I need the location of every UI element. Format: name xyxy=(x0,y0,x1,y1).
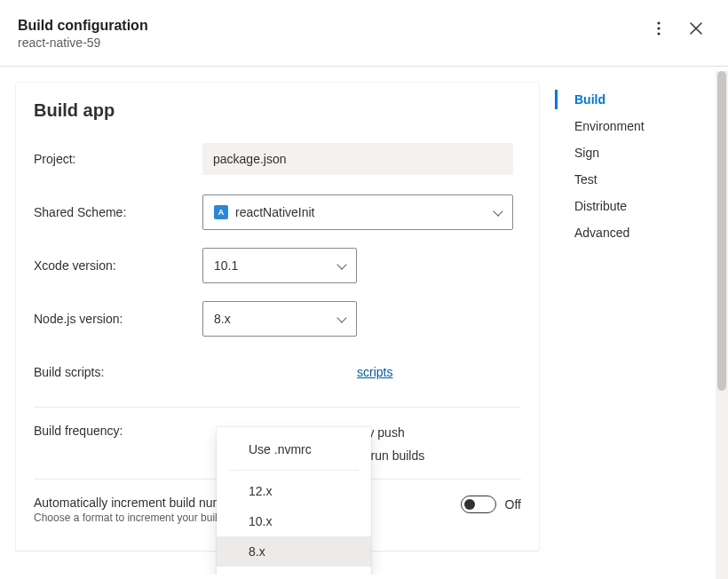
close-button[interactable] xyxy=(685,18,707,39)
sidenav-item-test[interactable]: Test xyxy=(555,166,728,193)
build-scripts-link[interactable]: scripts xyxy=(357,365,392,379)
sidenav-item-build[interactable]: Build xyxy=(555,86,728,113)
node-dropdown: Use .nvmrc12.x10.x8.x6.x xyxy=(217,427,371,575)
auto-increment-state: Off xyxy=(505,497,521,512)
build-scripts-label: Build scripts: xyxy=(34,365,202,379)
more-button[interactable] xyxy=(653,18,664,39)
scheme-value: reactNativeInit xyxy=(235,205,314,219)
sidenav-item-distribute[interactable]: Distribute xyxy=(555,193,728,219)
more-vertical-icon xyxy=(657,21,661,36)
sidenav-item-environment[interactable]: Environment xyxy=(555,113,728,139)
page-subtitle: react-native-59 xyxy=(18,36,148,50)
scheme-label: Shared Scheme: xyxy=(34,205,202,219)
auto-increment-toggle[interactable] xyxy=(461,496,496,513)
node-select[interactable]: 8.x xyxy=(202,301,357,337)
scrollbar[interactable] xyxy=(716,71,728,579)
node-option[interactable]: 10.x xyxy=(217,506,371,536)
chevron-down-icon xyxy=(336,260,347,271)
xcode-select[interactable]: 10.1 xyxy=(202,248,357,283)
scrollbar-thumb[interactable] xyxy=(717,71,726,391)
node-option[interactable]: 12.x xyxy=(217,476,371,506)
svg-point-1 xyxy=(657,27,660,29)
svg-point-0 xyxy=(657,21,660,24)
svg-point-2 xyxy=(657,32,660,35)
close-icon xyxy=(689,21,703,36)
app-icon: A xyxy=(214,205,228,219)
node-value: 8.x xyxy=(214,312,231,326)
xcode-value: 10.1 xyxy=(214,258,238,273)
chevron-down-icon xyxy=(336,313,347,324)
sidenav-item-sign[interactable]: Sign xyxy=(555,139,728,166)
build-card: Build app Project: package.json Shared S… xyxy=(16,83,539,551)
dropdown-separator xyxy=(229,470,359,471)
node-option[interactable]: 6.x xyxy=(217,567,371,575)
chevron-down-icon xyxy=(493,207,503,218)
node-label: Node.js version: xyxy=(34,312,202,326)
xcode-label: Xcode version: xyxy=(34,258,202,273)
project-label: Project: xyxy=(34,152,202,166)
divider xyxy=(34,407,521,408)
node-option[interactable]: 8.x xyxy=(217,536,371,567)
frequency-label: Build frequency: xyxy=(34,424,202,438)
page-title: Build configuration xyxy=(18,18,148,34)
sidenav-item-advanced[interactable]: Advanced xyxy=(555,219,728,246)
auto-increment-title: Automatically increment build number xyxy=(34,496,241,510)
section-nav: BuildEnvironmentSignTestDistributeAdvanc… xyxy=(555,67,728,575)
node-option[interactable]: Use .nvmrc xyxy=(217,434,371,464)
scheme-select[interactable]: A reactNativeInit xyxy=(202,194,513,230)
card-title: Build app xyxy=(34,100,521,121)
project-value: package.json xyxy=(202,143,513,175)
auto-increment-sub: Choose a format to increment your builds… xyxy=(34,512,241,524)
